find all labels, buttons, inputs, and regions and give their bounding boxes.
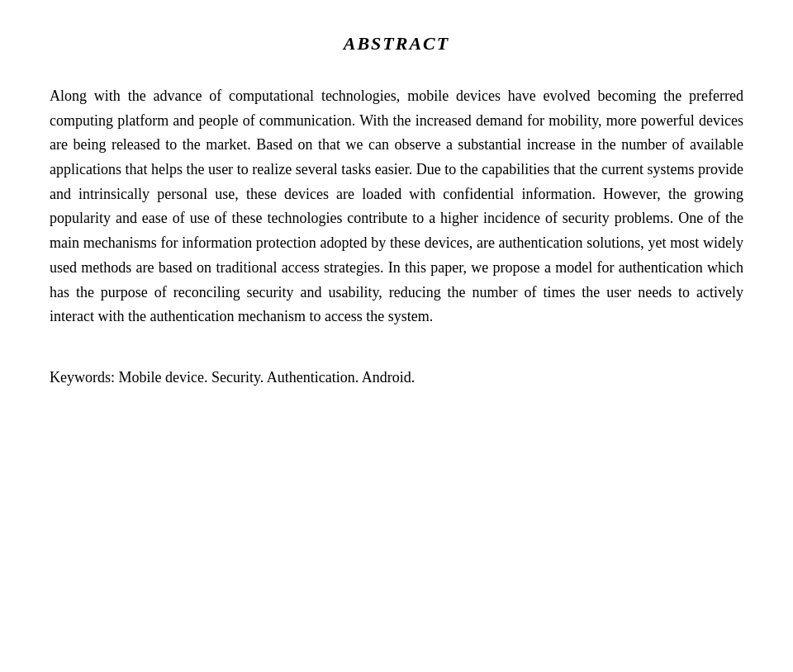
page-container: ABSTRACT Along with the advance of compu… (0, 0, 793, 672)
abstract-title: ABSTRACT (50, 33, 743, 54)
abstract-paragraph: Along with the advance of computational … (50, 84, 743, 329)
keywords-value: Mobile device. Security. Authentication.… (119, 369, 415, 386)
keywords-label: Keywords: (50, 369, 115, 386)
keywords-section: Keywords: Mobile device. Security. Authe… (50, 369, 743, 386)
abstract-body: Along with the advance of computational … (50, 84, 743, 329)
